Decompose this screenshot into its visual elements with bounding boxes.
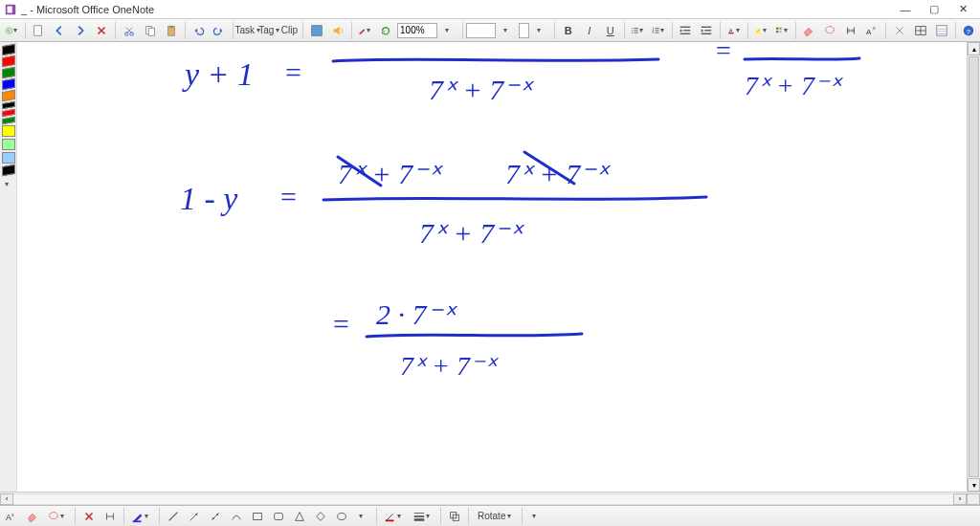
text-tool-button[interactable]: Ax	[2, 507, 21, 526]
fraction-bar	[745, 58, 859, 59]
horizontal-scrollbar[interactable]: ‹ ›	[0, 492, 980, 505]
font-size-select[interactable]	[519, 23, 530, 38]
eraser-button[interactable]	[799, 21, 818, 40]
numbered-list-button[interactable]: 123▾	[649, 21, 668, 40]
line-weight-button[interactable]: ▾	[410, 507, 436, 526]
vertical-scrollbar[interactable]: ▴ ▾	[967, 42, 980, 492]
table-button[interactable]	[911, 21, 930, 40]
indent-button[interactable]	[697, 21, 716, 40]
bullet-list-button[interactable]: ▾	[628, 21, 647, 40]
delete-tool-button[interactable]	[79, 507, 99, 526]
window-controls: — ▢ ✕	[892, 2, 976, 17]
pen-swatch[interactable]	[2, 117, 15, 124]
delete-button[interactable]	[92, 21, 111, 40]
pen-swatch[interactable]	[2, 101, 15, 109]
diamond-tool-button[interactable]	[311, 507, 330, 526]
font-color-button[interactable]: A▾	[724, 21, 744, 40]
curve-tool-button[interactable]	[227, 507, 246, 526]
italic-button[interactable]: I	[580, 21, 599, 40]
nav-forward-button[interactable]	[71, 21, 90, 40]
paste-button[interactable]	[162, 21, 181, 40]
scroll-right-button[interactable]: ›	[953, 493, 967, 505]
note-canvas[interactable]: y + 1 = 7ˣ + 7⁻ˣ = 7ˣ + 7⁻ˣ 1 - y = 7ˣ +…	[17, 42, 967, 492]
rotate-label: Rotate	[476, 511, 507, 521]
zoom-input[interactable]	[397, 23, 437, 38]
svg-rect-52	[133, 520, 142, 522]
arrow-tool-button[interactable]	[185, 507, 204, 526]
scroll-thumb[interactable]	[969, 56, 979, 477]
help-button[interactable]: ?	[959, 21, 978, 40]
triangle-tool-button[interactable]	[290, 507, 309, 526]
pen-swatch[interactable]	[2, 44, 15, 55]
tag-button[interactable]: Tag▾	[258, 21, 278, 40]
line-tool-button[interactable]	[164, 507, 183, 526]
scroll-up-button[interactable]: ▴	[968, 42, 980, 55]
strikethrough-button[interactable]	[890, 21, 909, 40]
double-arrow-button[interactable]	[206, 507, 225, 526]
resize-grip[interactable]	[967, 493, 980, 505]
svg-text:x: x	[11, 512, 14, 517]
font-family-select[interactable]	[466, 23, 495, 38]
fullpage-button[interactable]	[307, 21, 326, 40]
separator	[522, 508, 523, 525]
clip-button[interactable]: Clip	[279, 21, 299, 40]
pen-swatch[interactable]	[2, 90, 15, 101]
superscript-button[interactable]: Ax	[862, 21, 881, 40]
back-dropdown-button[interactable]: ▾	[2, 21, 21, 40]
lasso-button[interactable]	[820, 21, 839, 40]
insert-space-button[interactable]	[841, 21, 860, 40]
scroll-down-button[interactable]: ▾	[968, 478, 980, 492]
ellipse-tool-button[interactable]	[332, 507, 351, 526]
palette-expand-button[interactable]: ▾	[0, 176, 18, 191]
pen-tool-button[interactable]: ▾	[355, 21, 374, 40]
highlighter-swatch[interactable]	[2, 125, 15, 137]
rotate-button[interactable]: Rotate▾	[473, 507, 518, 526]
separator	[376, 508, 377, 525]
highlighter-swatch[interactable]	[2, 139, 15, 150]
space-tool-button[interactable]	[100, 507, 120, 526]
font-family-dropdown[interactable]: ▾	[498, 21, 517, 40]
duplicate-button[interactable]	[445, 507, 464, 526]
pen-draw-button[interactable]: ▾	[128, 507, 155, 526]
close-button[interactable]: ✕	[949, 2, 976, 17]
undo-button[interactable]	[189, 21, 208, 40]
svg-rect-17	[634, 32, 637, 33]
drawing-toolbar: Ax ▾ ▾ ▾ ▾ ▾ Rotate▾ ▾	[0, 505, 980, 526]
pen-swatch[interactable]	[2, 109, 15, 117]
pen-swatch[interactable]	[2, 164, 15, 176]
expand-toolbar-button[interactable]: ▾	[526, 507, 546, 526]
app-icon	[4, 3, 17, 16]
rule-lines-button[interactable]	[932, 21, 951, 40]
svg-text:A: A	[728, 27, 732, 33]
lasso-tool-button[interactable]: ▾	[44, 507, 71, 526]
rounded-rect-button[interactable]	[269, 507, 288, 526]
outdent-button[interactable]	[676, 21, 695, 40]
scroll-track[interactable]	[13, 493, 953, 505]
cut-button[interactable]	[120, 21, 139, 40]
new-page-button[interactable]	[29, 21, 48, 40]
pen-swatch[interactable]	[2, 55, 15, 67]
highlighter-swatch[interactable]	[2, 152, 15, 164]
maximize-button[interactable]: ▢	[921, 2, 947, 17]
highlight-button[interactable]: ▾	[751, 21, 770, 40]
copy-button[interactable]	[141, 21, 160, 40]
minimize-button[interactable]: —	[892, 2, 919, 17]
nav-back-button[interactable]	[50, 21, 69, 40]
clip-label: Clip	[279, 25, 300, 35]
audio-button[interactable]	[328, 21, 347, 40]
bold-button[interactable]: B	[559, 21, 578, 40]
eraser-tool-button[interactable]	[23, 507, 42, 526]
refresh-button[interactable]	[376, 21, 395, 40]
redo-button[interactable]	[210, 21, 229, 40]
line-color-button[interactable]: ▾	[381, 507, 408, 526]
pen-swatch[interactable]	[2, 67, 15, 78]
font-size-dropdown[interactable]: ▾	[531, 21, 550, 40]
ink-color-button[interactable]: ▾	[772, 21, 791, 40]
rectangle-tool-button[interactable]	[248, 507, 267, 526]
task-flag-button[interactable]: Task▾	[236, 21, 256, 40]
shapes-dropdown[interactable]: ▾	[353, 507, 372, 526]
scroll-left-button[interactable]: ‹	[0, 493, 13, 505]
zoom-dropdown[interactable]: ▾	[439, 21, 458, 40]
underline-button[interactable]: U	[601, 21, 620, 40]
pen-swatch[interactable]	[2, 78, 15, 90]
